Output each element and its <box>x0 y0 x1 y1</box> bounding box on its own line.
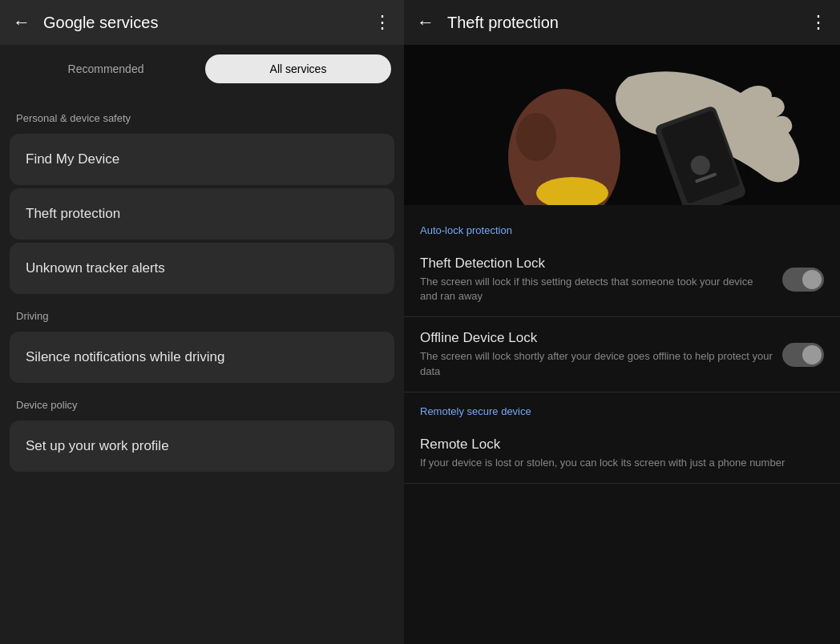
toggle-theft-detection[interactable] <box>782 268 824 292</box>
left-content: Personal & device safety Find My Device … <box>0 93 404 644</box>
section-label-device-policy: Device policy <box>0 386 404 417</box>
setting-desc-offline-lock: The screen will lock shortly after your … <box>420 349 773 378</box>
setting-row-offline-lock: Offline Device Lock The screen will lock… <box>404 317 840 392</box>
setting-title-offline-lock: Offline Device Lock <box>420 330 773 346</box>
setting-row-remote-lock: Remote Lock If your device is lost or st… <box>404 424 840 484</box>
section-label-personal: Personal & device safety <box>0 99 404 131</box>
setting-desc-theft-detection: The screen will lock if this setting det… <box>420 275 773 304</box>
right-more-icon[interactable]: ⋮ <box>810 12 827 33</box>
menu-item-theft-protection[interactable]: Theft protection <box>10 188 394 239</box>
right-content: Auto-lock protection Theft Detection Loc… <box>404 205 840 644</box>
menu-item-unknown-tracker[interactable]: Unknown tracker alerts <box>10 243 394 294</box>
section-link-remote-secure[interactable]: Remotely secure device <box>404 392 840 424</box>
left-title: Google services <box>43 14 374 32</box>
setting-title-theft-detection: Theft Detection Lock <box>420 256 773 272</box>
left-panel: ← Google services ⋮ Recommended All serv… <box>0 0 404 644</box>
tab-recommended[interactable]: Recommended <box>13 54 199 83</box>
right-header: ← Theft protection ⋮ <box>404 0 840 45</box>
right-back-icon[interactable]: ← <box>417 12 434 33</box>
setting-desc-remote-lock: If your device is lost or stolen, you ca… <box>420 456 824 470</box>
section-link-auto-lock[interactable]: Auto-lock protection <box>404 211 840 243</box>
svg-rect-8 <box>404 45 840 205</box>
tab-all-services[interactable]: All services <box>205 54 391 83</box>
section-label-driving: Driving <box>0 297 404 328</box>
left-more-icon[interactable]: ⋮ <box>374 12 391 33</box>
hero-illustration <box>404 45 840 205</box>
setting-title-remote-lock: Remote Lock <box>420 437 824 453</box>
left-back-icon[interactable]: ← <box>13 12 30 33</box>
toggle-offline-lock[interactable] <box>782 343 824 367</box>
tabs-row: Recommended All services <box>0 45 404 93</box>
right-title: Theft protection <box>447 14 810 32</box>
left-header: ← Google services ⋮ <box>0 0 404 45</box>
menu-item-silence-notifications[interactable]: Silence notifications while driving <box>10 332 394 383</box>
setting-text-theft-detection: Theft Detection Lock The screen will loc… <box>420 256 773 304</box>
menu-item-find-my-device[interactable]: Find My Device <box>10 134 394 185</box>
menu-item-work-profile[interactable]: Set up your work profile <box>10 421 394 472</box>
setting-text-remote-lock: Remote Lock If your device is lost or st… <box>420 437 824 470</box>
setting-row-theft-detection: Theft Detection Lock The screen will loc… <box>404 243 840 317</box>
right-panel: ← Theft protection ⋮ <box>404 0 840 644</box>
setting-text-offline-lock: Offline Device Lock The screen will lock… <box>420 330 773 378</box>
